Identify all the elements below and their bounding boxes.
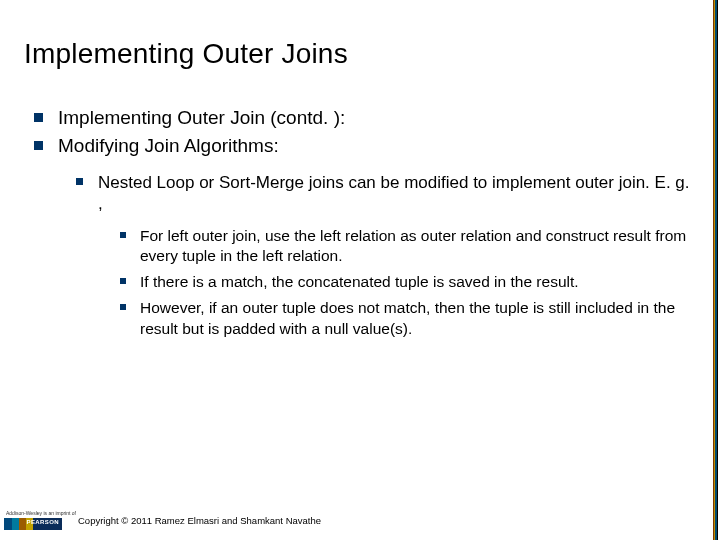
bullet-lvl1: Modifying Join Algorithms:: [30, 134, 690, 158]
bullet-lvl2: Nested Loop or Sort-Merge joins can be m…: [74, 172, 690, 215]
copyright-footer: Copyright © 2011 Ramez Elmasri and Shamk…: [78, 515, 321, 526]
square-bullet-icon: [76, 178, 83, 185]
bullet-lvl3: However, if an outer tuple does not matc…: [118, 298, 690, 338]
pearson-logo-icon: [4, 518, 62, 530]
logo-subtext: Addison-Wesley is an imprint of: [4, 511, 66, 516]
square-bullet-icon: [120, 278, 126, 284]
lvl3-text: However, if an outer tuple does not matc…: [140, 299, 675, 336]
lvl3-text: For left outer join, use the left relati…: [140, 227, 686, 264]
lvl2-text: Nested Loop or Sort-Merge joins can be m…: [98, 173, 690, 213]
bullet-lvl3: If there is a match, the concatenated tu…: [118, 272, 690, 292]
lvl1-text: Implementing Outer Join (contd. ):: [58, 107, 345, 128]
lvl1-text: Modifying Join Algorithms:: [58, 135, 279, 156]
slide: Implementing Outer Joins Implementing Ou…: [0, 0, 720, 540]
square-bullet-icon: [34, 113, 43, 122]
publisher-logo: Addison-Wesley is an imprint of: [4, 511, 66, 530]
lvl3-group: For left outer join, use the left relati…: [118, 226, 690, 339]
square-bullet-icon: [120, 232, 126, 238]
slide-body: Implementing Outer Join (contd. ): Modif…: [30, 106, 690, 345]
bullet-lvl3: For left outer join, use the left relati…: [118, 226, 690, 266]
bullet-lvl1: Implementing Outer Join (contd. ):: [30, 106, 690, 130]
lvl3-text: If there is a match, the concatenated tu…: [140, 273, 579, 290]
lvl2-group: Nested Loop or Sort-Merge joins can be m…: [74, 172, 690, 339]
slide-title: Implementing Outer Joins: [24, 38, 348, 70]
square-bullet-icon: [34, 141, 43, 150]
slide-edge-decoration: [713, 0, 720, 540]
square-bullet-icon: [120, 304, 126, 310]
